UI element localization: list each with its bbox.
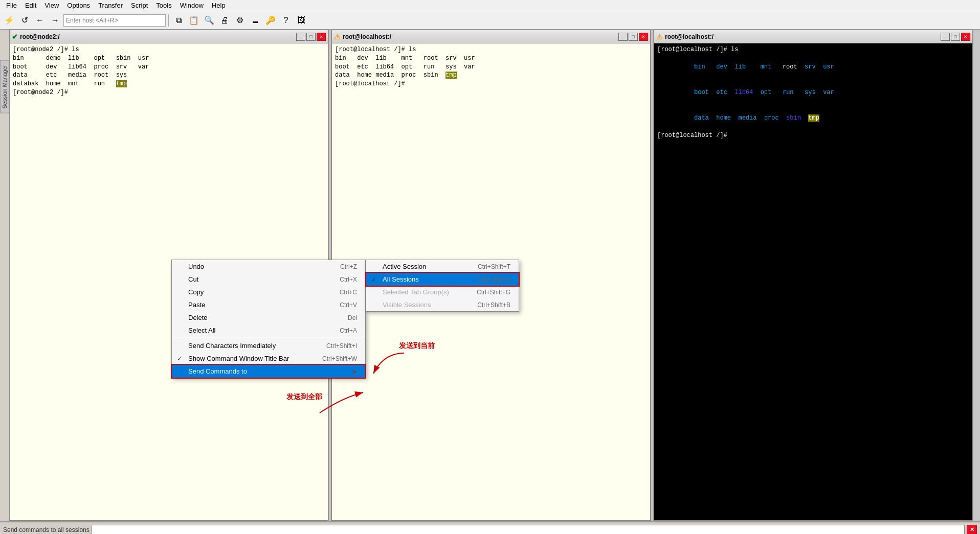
- menu-cut[interactable]: Cut Ctrl+X: [172, 273, 365, 286]
- toolbar-sep-1: [168, 14, 169, 27]
- terminal-close-btn-localhost2[interactable]: ✕: [961, 33, 970, 41]
- term-highlight: tmp: [116, 80, 127, 87]
- terminal-title-text-localhost1: root@localhost:/: [343, 33, 391, 40]
- menu-script[interactable]: Script: [127, 1, 152, 10]
- command-bar: Send commands to all sessions ✕: [0, 523, 980, 534]
- submenu: Active Session Ctrl+Shift+T All Sessions…: [366, 260, 519, 312]
- submenu-active-session[interactable]: Active Session Ctrl+Shift+T: [366, 260, 519, 273]
- menu-options[interactable]: Options: [63, 1, 94, 10]
- toolbar-settings-btn[interactable]: ⚙: [233, 13, 247, 28]
- terminal-minimize-btn-node2[interactable]: —: [296, 33, 305, 41]
- term-line: bin demo lib opt sbin usr: [13, 54, 325, 63]
- toolbar-paste-btn[interactable]: 📋: [187, 13, 201, 28]
- toolbar-refresh-btn[interactable]: ↺: [17, 13, 32, 28]
- term-line: boot etc lib64 opt run sys var: [657, 80, 969, 105]
- terminal-close-btn-localhost1[interactable]: ✕: [639, 33, 648, 41]
- term-line: [root@localhost /]# ls: [657, 45, 969, 54]
- term-line: [root@node2 /]#: [13, 88, 325, 97]
- terminal-warn-icon-2: ⚠: [656, 33, 663, 41]
- term-highlight: tmp: [446, 72, 457, 79]
- toolbar-forward-btn[interactable]: →: [48, 13, 62, 28]
- menubar: File Edit View Options Transfer Script T…: [0, 0, 980, 11]
- toolbar-copy-btn[interactable]: ⧉: [171, 13, 186, 28]
- terminal-minimize-btn-localhost1[interactable]: —: [618, 33, 628, 41]
- term-line: boot dev lib64 proc srv var: [13, 63, 325, 72]
- menu-paste[interactable]: Paste Ctrl+V: [172, 298, 365, 311]
- term-line: data home media proc sbin tmp: [335, 71, 647, 80]
- term-line: [root@localhost /]#: [657, 131, 969, 140]
- menu-file[interactable]: File: [2, 1, 21, 10]
- terminal-body-localhost2[interactable]: [root@localhost /]# ls bin dev lib mnt r…: [654, 43, 972, 520]
- terminal-close-btn-node2[interactable]: ✕: [317, 33, 326, 41]
- v-scrollbar[interactable]: [973, 30, 980, 521]
- term-line: [root@localhost /]# ls: [335, 45, 647, 54]
- toolbar-minimize-btn[interactable]: 🗕: [248, 13, 262, 28]
- term-line: bin dev lib mnt root srv usr: [335, 54, 647, 63]
- terminal-maximize-btn-localhost2[interactable]: □: [951, 33, 960, 41]
- term-line: [root@localhost /]#: [335, 80, 647, 88]
- submenu-all-sessions[interactable]: All Sessions Ctrl+Shift+S: [366, 273, 519, 286]
- menu-separator-1: [172, 338, 365, 338]
- terminal-ok-icon: ✔: [12, 33, 18, 41]
- term-line: bin dev lib mnt root srv usr: [657, 54, 969, 80]
- term-line: boot etc lib64 opt run sys var: [335, 63, 647, 72]
- terminal-title-text-localhost2: root@localhost:/: [665, 33, 714, 40]
- menu-window[interactable]: Window: [176, 1, 208, 10]
- submenu-selected-tab[interactable]: Selected Tab Group(s) Ctrl+Shift+G: [366, 286, 519, 298]
- menu-help[interactable]: Help: [208, 1, 230, 10]
- toolbar-help-btn[interactable]: ?: [279, 13, 293, 28]
- menu-select-all[interactable]: Select All Ctrl+A: [172, 324, 365, 337]
- host-input[interactable]: [63, 14, 166, 27]
- menu-edit[interactable]: Edit: [21, 1, 40, 10]
- submenu-visible-sessions[interactable]: Visible Sessions Ctrl+Shift+B: [366, 298, 519, 311]
- menu-send-chars[interactable]: Send Characters Immediately Ctrl+Shift+I: [172, 339, 365, 352]
- terminal-title-left-localhost1: ⚠ root@localhost:/: [334, 33, 391, 41]
- toolbar-key-btn[interactable]: 🔑: [263, 13, 278, 28]
- menu-transfer[interactable]: Transfer: [94, 1, 127, 10]
- term-line: databak home mnt run tmp: [13, 80, 325, 88]
- command-input[interactable]: [92, 525, 965, 535]
- main-area: Session Manager ✔ root@node2:/ — □ ✕ [ro…: [0, 30, 980, 521]
- command-bar-wrapper: Send commands to all sessions ✕: [0, 521, 980, 534]
- session-manager-tab[interactable]: Session Manager: [0, 60, 9, 113]
- menu-send-commands-to[interactable]: Send Commands to: [172, 365, 365, 378]
- toolbar: ⚡ ↺ ← → ⧉ 📋 🔍 🖨 ⚙ 🗕 🔑 ? 🖼: [0, 11, 980, 30]
- toolbar-image-btn[interactable]: 🖼: [294, 13, 308, 28]
- toolbar-back-btn[interactable]: ←: [33, 13, 47, 28]
- menu-copy[interactable]: Copy Ctrl+C: [172, 286, 365, 298]
- terminal-warn-icon-1: ⚠: [334, 33, 341, 41]
- terminal-title-left-localhost2: ⚠ root@localhost:/: [656, 33, 714, 41]
- terminal-maximize-btn-node2[interactable]: □: [306, 33, 316, 41]
- menu-show-title-bar[interactable]: Show Command Window Title Bar Ctrl+Shift…: [172, 352, 365, 365]
- terminal-title-bar-localhost1: ⚠ root@localhost:/ — □ ✕: [332, 30, 650, 43]
- command-close-btn[interactable]: ✕: [967, 525, 977, 535]
- context-menu: Undo Ctrl+Z Cut Ctrl+X Copy Ctrl+C Paste…: [171, 260, 366, 378]
- terminal-title-bar-node2: ✔ root@node2:/ — □ ✕: [10, 30, 328, 43]
- terminal-win-btns-node2: — □ ✕: [296, 33, 326, 41]
- terminal-win-btns-localhost2: — □ ✕: [941, 33, 970, 41]
- terminal-title-bar-localhost2: ⚠ root@localhost:/ — □ ✕: [654, 30, 972, 43]
- terminal-maximize-btn-localhost1[interactable]: □: [629, 33, 638, 41]
- term-line: [root@node2 /]# ls: [13, 45, 325, 54]
- terminal-panel-localhost2: ⚠ root@localhost:/ — □ ✕ [root@localhost…: [654, 30, 973, 521]
- terminal-minimize-btn-localhost2[interactable]: —: [941, 33, 950, 41]
- command-bar-label: Send commands to all sessions: [3, 526, 90, 533]
- menu-delete[interactable]: Delete Del: [172, 311, 365, 324]
- terminal-title-left-node2: ✔ root@node2:/: [12, 33, 60, 41]
- toolbar-find-btn[interactable]: 🔍: [202, 13, 216, 28]
- menu-view[interactable]: View: [40, 1, 63, 10]
- terminal-win-btns-localhost1: — □ ✕: [618, 33, 648, 41]
- term-line: data etc media root sys: [13, 71, 325, 80]
- terminal-title-text-node2: root@node2:/: [20, 33, 60, 40]
- menu-tools[interactable]: Tools: [152, 1, 175, 10]
- term-line: data home media proc sbin tmp: [657, 106, 969, 131]
- toolbar-print-btn[interactable]: 🖨: [217, 13, 232, 28]
- toolbar-lightning-btn[interactable]: ⚡: [2, 13, 16, 28]
- menu-undo[interactable]: Undo Ctrl+Z: [172, 260, 365, 273]
